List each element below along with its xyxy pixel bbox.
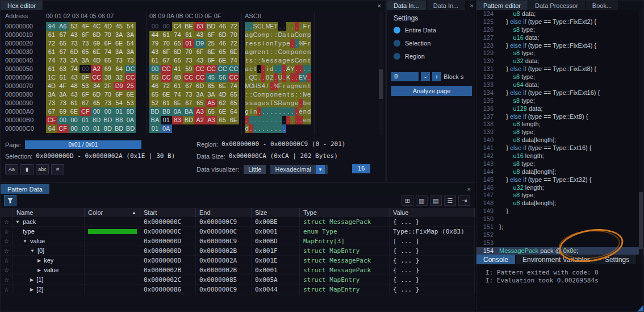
ascii-char[interactable]: s — [249, 99, 253, 107]
hex-byte[interactable]: 8D — [125, 107, 136, 116]
hex-byte[interactable]: 70 — [161, 39, 172, 48]
hex-byte[interactable]: 65 — [228, 99, 240, 107]
decrement-button[interactable]: - — [421, 72, 430, 81]
ascii-char[interactable]: a — [245, 31, 249, 39]
ascii-char[interactable]: . — [282, 22, 286, 31]
ascii-char[interactable]: . — [270, 124, 274, 133]
ascii-char[interactable]: . — [282, 65, 286, 73]
hex-byte[interactable]: 6F — [194, 48, 206, 56]
hex-byte[interactable]: 43 — [149, 48, 161, 56]
code-line[interactable]: 137 } else if (type == Type::Ext8) { — [476, 113, 643, 121]
ascii-char[interactable]: a — [245, 65, 249, 73]
ascii-char[interactable]: : — [274, 31, 278, 39]
hex-byte[interactable]: 74 — [46, 56, 57, 65]
hex-byte[interactable]: 74 — [102, 48, 114, 56]
collapse-arrow-icon[interactable]: ▼ — [30, 246, 35, 256]
ascii-char[interactable]: e — [307, 99, 311, 107]
hex-byte[interactable]: 3A — [80, 56, 91, 65]
ascii-char[interactable]: . — [295, 116, 299, 124]
ascii-char[interactable]: / — [265, 82, 269, 90]
code-line[interactable]: 136 u128 data; — [476, 105, 643, 113]
code-editor[interactable]: 124 u8 data;125 } else if (type == Type:… — [476, 10, 643, 255]
hex-byte[interactable]: 56 — [217, 73, 228, 82]
code-line[interactable]: 153 — [476, 239, 643, 247]
code-line[interactable]: 143 s8 type; — [476, 160, 643, 168]
ascii-char[interactable]: . — [295, 65, 299, 73]
block-size-input[interactable]: 0 — [391, 72, 419, 81]
code-line[interactable]: 127 u16 data; — [476, 34, 643, 42]
expand-arrow-icon[interactable]: ▶ — [37, 256, 41, 265]
hex-byte[interactable]: 6D — [91, 90, 102, 99]
ascii-char[interactable]: C — [253, 90, 257, 99]
hex-byte[interactable]: 74 — [172, 31, 183, 39]
ascii-char[interactable]: e — [286, 56, 290, 65]
hex-byte[interactable]: A3 — [206, 116, 217, 124]
hex-byte[interactable]: 69 — [102, 65, 114, 73]
ascii-char[interactable]: e — [303, 116, 307, 124]
hex-byte[interactable]: 6E — [91, 48, 102, 56]
ascii-char[interactable]: . — [299, 65, 303, 73]
ascii-char[interactable]: . — [278, 65, 282, 73]
ascii-char[interactable]: . — [299, 116, 303, 124]
ascii-char[interactable]: e — [299, 107, 303, 116]
hex-byte[interactable]: 6F — [80, 90, 91, 99]
column-header-color[interactable]: Color▲ — [85, 208, 140, 217]
ascii-char[interactable]: s — [265, 99, 269, 107]
ascii-char[interactable]: . — [245, 116, 249, 124]
hex-byte[interactable]: 6E — [206, 48, 217, 56]
hex-byte[interactable]: A3 — [194, 107, 206, 116]
ascii-char[interactable]: n — [282, 90, 286, 99]
ascii-char[interactable]: n — [270, 39, 274, 48]
code-line[interactable]: 140 u8 data[length]; — [476, 136, 643, 144]
hex-byte[interactable]: CC — [228, 73, 240, 82]
tab-pattern-editor[interactable]: Pattern editor — [476, 1, 528, 10]
hex-byte[interactable]: 00 — [149, 65, 161, 73]
hex-byte[interactable]: 83 — [172, 116, 183, 124]
ascii-char[interactable]: p — [265, 90, 269, 99]
ascii-char[interactable]: . — [295, 39, 299, 48]
code-line[interactable]: 138 u8 length; — [476, 120, 643, 128]
hex-byte[interactable]: 38 — [102, 73, 114, 82]
hex-byte[interactable]: 67 — [183, 82, 194, 90]
close-icon[interactable]: × — [466, 1, 475, 10]
favorite-star-icon[interactable]: ☆ — [1, 227, 13, 236]
ascii-char[interactable]: . — [290, 22, 294, 31]
ascii-char[interactable]: . — [265, 116, 269, 124]
ascii-char[interactable]: m — [303, 31, 307, 39]
hex-byte[interactable]: 74 — [228, 82, 240, 90]
collapse-arrow-icon[interactable]: ▼ — [23, 236, 27, 246]
hex-byte[interactable]: BD — [206, 22, 217, 31]
hex-byte[interactable]: CC — [161, 73, 172, 82]
hex-byte[interactable]: 70 — [228, 31, 240, 39]
ascii-char[interactable]: T — [274, 22, 278, 31]
hex-byte[interactable]: BE — [183, 22, 194, 31]
hex-byte[interactable]: 01 — [114, 107, 125, 116]
tab-data-in[interactable]: Data In... — [426, 1, 466, 10]
hex-byte[interactable]: 25 — [125, 82, 136, 90]
column-header-end[interactable]: End — [196, 208, 252, 217]
hex-byte[interactable]: 73 — [46, 99, 57, 107]
hex-byte[interactable]: 83 — [194, 22, 206, 31]
ascii-char[interactable]: S — [274, 99, 278, 107]
ascii-char[interactable]: Y — [290, 65, 294, 73]
code-line[interactable]: 131 } else if (type == Type::FixExt8) { — [476, 65, 643, 73]
ascii-char[interactable]: . — [274, 65, 278, 73]
hex-byte[interactable]: 61 — [46, 48, 57, 56]
hex-byte[interactable]: 46 — [217, 39, 228, 48]
ascii-char[interactable]: p — [290, 48, 294, 56]
hex-byte[interactable]: 74 — [69, 65, 80, 73]
favorite-star-icon[interactable]: ☆ — [1, 275, 13, 285]
code-line[interactable]: 129 s8 type; — [476, 49, 643, 57]
ascii-char[interactable]: Q — [249, 73, 253, 82]
hex-byte[interactable]: 6E — [161, 90, 172, 99]
hex-byte[interactable]: 65 — [206, 82, 217, 90]
hex-byte[interactable]: 73 — [69, 39, 80, 48]
hex-byte[interactable]: 01 — [149, 124, 161, 133]
hex-byte[interactable]: 61 — [172, 82, 183, 90]
auto-expand-icon[interactable]: ⇥ — [458, 195, 470, 206]
ascii-char[interactable]: e — [278, 90, 282, 99]
hex-byte[interactable]: BD — [125, 124, 136, 133]
ascii-char[interactable]: s — [249, 56, 253, 65]
hex-byte[interactable]: 51 — [57, 73, 69, 82]
ascii-char[interactable]: g — [249, 31, 253, 39]
